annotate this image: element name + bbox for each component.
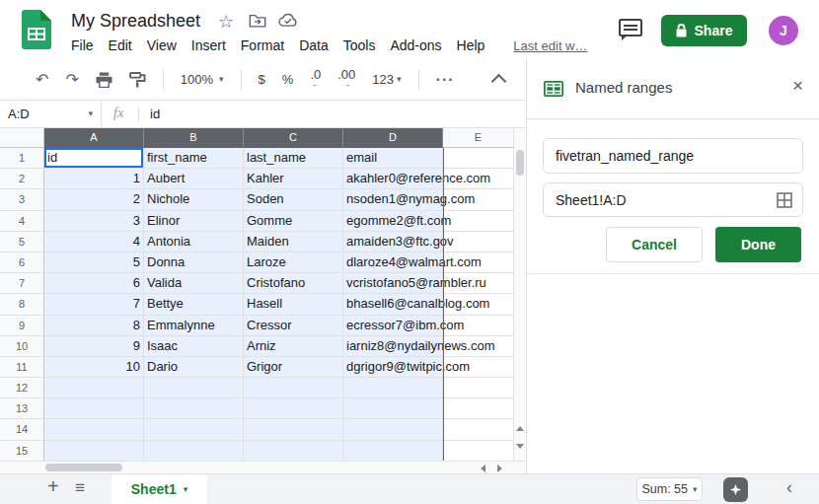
print-icon[interactable] <box>96 72 112 88</box>
row-header-10[interactable]: 10 <box>0 336 44 357</box>
row-header-8[interactable]: 8 <box>0 294 44 315</box>
sum-summary-button[interactable]: Sum: 55 ▾ <box>636 477 703 501</box>
cell-B12[interactable] <box>144 378 244 398</box>
cell-E8[interactable] <box>443 294 514 315</box>
cell-C9[interactable]: Cressor <box>244 316 343 336</box>
cell-C6[interactable]: Laroze <box>244 252 343 273</box>
cell-A12[interactable] <box>44 378 144 398</box>
cell-B14[interactable] <box>144 419 244 440</box>
cell-E3[interactable] <box>443 189 514 210</box>
cell-C13[interactable] <box>244 398 343 419</box>
row-header-9[interactable]: 9 <box>0 316 44 336</box>
cell-D12[interactable] <box>343 378 443 398</box>
column-header-E[interactable]: E <box>443 128 514 148</box>
star-icon[interactable]: ☆ <box>218 13 234 31</box>
cell-C8[interactable]: Hasell <box>244 294 343 315</box>
row-header-2[interactable]: 2 <box>0 169 44 189</box>
column-header-D[interactable]: D <box>343 128 443 148</box>
menu-item-tools[interactable]: Tools <box>343 37 376 53</box>
cell-A1[interactable]: id <box>44 148 144 169</box>
menu-item-view[interactable]: View <box>147 37 177 53</box>
cell-B9[interactable]: Emmalynne <box>144 316 244 336</box>
cell-E2[interactable] <box>443 169 514 189</box>
scroll-down-icon[interactable] <box>516 444 524 449</box>
cell-C1[interactable]: last_name <box>244 148 343 169</box>
cell-D3[interactable]: nsoden1@nymag.com <box>343 189 443 210</box>
cell-A8[interactable]: 7 <box>44 294 144 315</box>
horizontal-scrollbar[interactable] <box>0 461 526 473</box>
cell-B3[interactable]: Nichole <box>144 189 244 210</box>
cell-E14[interactable] <box>443 419 514 440</box>
cell-C3[interactable]: Soden <box>244 189 343 210</box>
cell-B1[interactable]: first_name <box>144 148 244 169</box>
cell-D4[interactable]: egomme2@ft.com <box>343 211 443 232</box>
cell-B7[interactable]: Valida <box>144 273 244 294</box>
move-to-folder-icon[interactable] <box>249 13 266 29</box>
cell-A9[interactable]: 8 <box>44 316 144 336</box>
row-header-1[interactable]: 1 <box>0 148 44 169</box>
add-sheet-icon[interactable]: + <box>47 475 59 498</box>
hide-menus-icon[interactable] <box>491 74 507 90</box>
cell-C10[interactable]: Arniz <box>244 336 343 357</box>
cell-A7[interactable]: 6 <box>44 273 144 294</box>
cell-C5[interactable]: Maiden <box>244 232 343 252</box>
vertical-scrollbar[interactable] <box>513 128 526 461</box>
cell-E10[interactable] <box>443 336 514 357</box>
more-toolbar-options-icon[interactable]: ··· <box>436 71 455 89</box>
row-header-3[interactable]: 3 <box>0 189 44 210</box>
select-all-corner[interactable] <box>0 128 44 148</box>
range-name-input[interactable] <box>543 138 803 174</box>
close-icon[interactable]: × <box>792 76 803 95</box>
cell-B4[interactable]: Elinor <box>144 211 244 232</box>
row-header-13[interactable]: 13 <box>0 398 44 419</box>
select-data-range-icon[interactable] <box>777 192 792 208</box>
cell-B8[interactable]: Bettye <box>144 294 244 315</box>
cell-E12[interactable] <box>443 378 514 398</box>
cell-C7[interactable]: Cristofano <box>244 273 343 294</box>
cell-A13[interactable] <box>44 398 144 419</box>
menu-item-file[interactable]: File <box>71 37 94 53</box>
saved-cloud-icon[interactable] <box>278 13 298 28</box>
scroll-left-icon[interactable] <box>481 465 485 472</box>
cell-B6[interactable]: Donna <box>144 252 244 273</box>
row-header-15[interactable]: 15 <box>0 441 44 462</box>
document-title[interactable]: My Spreadsheet <box>71 11 200 32</box>
cell-C4[interactable]: Gomme <box>244 211 343 232</box>
row-header-6[interactable]: 6 <box>0 252 44 273</box>
cell-B10[interactable]: Isaac <box>144 336 244 357</box>
menu-item-edit[interactable]: Edit <box>109 37 132 53</box>
cell-B11[interactable]: Dario <box>144 357 244 378</box>
cell-A14[interactable] <box>44 419 144 440</box>
cell-D6[interactable]: dlaroze4@walmart.com <box>343 252 443 273</box>
cell-C12[interactable] <box>244 378 343 398</box>
scroll-up-icon[interactable] <box>516 426 524 431</box>
cell-D9[interactable]: ecressor7@ibm.com <box>343 316 443 336</box>
cell-A6[interactable]: 5 <box>44 252 144 273</box>
cell-A10[interactable]: 9 <box>44 336 144 357</box>
cell-C11[interactable]: Grigor <box>244 357 343 378</box>
cell-C14[interactable] <box>244 419 343 440</box>
cell-E11[interactable] <box>443 357 514 378</box>
cell-D10[interactable]: iarniz8@nydailynews.com <box>343 336 443 357</box>
sheets-logo-icon[interactable] <box>22 10 51 49</box>
cell-E13[interactable] <box>443 398 514 419</box>
name-box[interactable]: A:D ▾ <box>0 101 102 127</box>
cell-E7[interactable] <box>443 273 514 294</box>
sheet-tab[interactable]: Sheet1 ▾ <box>112 474 207 504</box>
decrease-decimal-button[interactable]: .0 ← <box>310 69 321 90</box>
cell-E6[interactable] <box>443 252 514 273</box>
cell-A2[interactable]: 1 <box>44 169 144 189</box>
row-header-4[interactable]: 4 <box>0 211 44 232</box>
expand-panel-icon[interactable]: ‹ <box>786 477 792 498</box>
share-button[interactable]: Share <box>661 15 747 46</box>
redo-icon[interactable]: ↷ <box>65 72 78 88</box>
cell-D8[interactable]: bhasell6@canalblog.com <box>343 294 443 315</box>
menu-item-format[interactable]: Format <box>241 37 284 53</box>
cell-D14[interactable] <box>343 419 443 440</box>
done-button[interactable]: Done <box>715 227 801 262</box>
cell-A15[interactable] <box>44 441 144 462</box>
cell-D13[interactable] <box>343 398 443 419</box>
cell-A3[interactable]: 2 <box>44 189 144 210</box>
horizontal-scrollbar-thumb[interactable] <box>45 464 122 471</box>
cell-C15[interactable] <box>244 441 343 462</box>
